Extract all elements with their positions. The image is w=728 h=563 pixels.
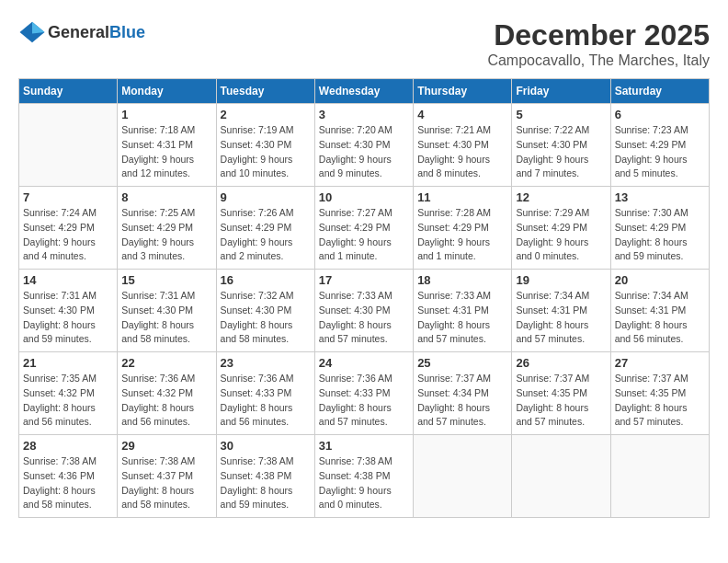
week-row-4: 21Sunrise: 7:35 AMSunset: 4:32 PMDayligh…	[19, 352, 710, 435]
weekday-header-wednesday: Wednesday	[314, 79, 413, 104]
day-info: Sunrise: 7:36 AMSunset: 4:32 PMDaylight:…	[121, 372, 211, 430]
day-info: Sunrise: 7:34 AMSunset: 4:31 PMDaylight:…	[615, 289, 705, 347]
day-number: 20	[615, 273, 705, 287]
week-row-5: 28Sunrise: 7:38 AMSunset: 4:36 PMDayligh…	[19, 435, 710, 518]
calendar-table: SundayMondayTuesdayWednesdayThursdayFrid…	[18, 78, 710, 518]
calendar-cell	[414, 435, 512, 518]
day-info: Sunrise: 7:18 AMSunset: 4:31 PMDaylight:…	[121, 123, 211, 181]
weekday-header-friday: Friday	[512, 79, 610, 104]
calendar-cell	[19, 104, 118, 187]
day-info: Sunrise: 7:38 AMSunset: 4:37 PMDaylight:…	[121, 454, 211, 512]
calendar-cell: 6Sunrise: 7:23 AMSunset: 4:29 PMDaylight…	[610, 104, 709, 187]
day-info: Sunrise: 7:30 AMSunset: 4:29 PMDaylight:…	[615, 206, 705, 264]
calendar-cell: 9Sunrise: 7:26 AMSunset: 4:29 PMDaylight…	[216, 187, 314, 270]
calendar-cell: 12Sunrise: 7:29 AMSunset: 4:29 PMDayligh…	[512, 187, 610, 270]
day-info: Sunrise: 7:28 AMSunset: 4:29 PMDaylight:…	[417, 206, 507, 264]
day-info: Sunrise: 7:35 AMSunset: 4:32 PMDaylight:…	[23, 372, 113, 430]
day-info: Sunrise: 7:29 AMSunset: 4:29 PMDaylight:…	[516, 206, 606, 264]
day-number: 28	[23, 439, 113, 453]
calendar-cell: 4Sunrise: 7:21 AMSunset: 4:30 PMDaylight…	[414, 104, 512, 187]
weekday-header-row: SundayMondayTuesdayWednesdayThursdayFrid…	[19, 79, 710, 104]
day-info: Sunrise: 7:31 AMSunset: 4:30 PMDaylight:…	[121, 289, 211, 347]
day-info: Sunrise: 7:37 AMSunset: 4:34 PMDaylight:…	[417, 372, 507, 430]
week-row-2: 7Sunrise: 7:24 AMSunset: 4:29 PMDaylight…	[19, 187, 710, 270]
calendar-cell: 31Sunrise: 7:38 AMSunset: 4:38 PMDayligh…	[314, 435, 413, 518]
logo: GeneralBlue	[18, 18, 145, 46]
day-info: Sunrise: 7:38 AMSunset: 4:38 PMDaylight:…	[221, 454, 311, 512]
day-number: 25	[417, 356, 507, 370]
generalblue-icon	[18, 18, 46, 46]
day-info: Sunrise: 7:19 AMSunset: 4:30 PMDaylight:…	[221, 123, 311, 181]
calendar-cell: 29Sunrise: 7:38 AMSunset: 4:37 PMDayligh…	[118, 435, 216, 518]
calendar-cell: 14Sunrise: 7:31 AMSunset: 4:30 PMDayligh…	[19, 270, 118, 352]
calendar-cell: 16Sunrise: 7:32 AMSunset: 4:30 PMDayligh…	[216, 270, 314, 352]
day-number: 15	[121, 273, 211, 287]
calendar-cell: 26Sunrise: 7:37 AMSunset: 4:35 PMDayligh…	[512, 352, 610, 435]
day-number: 23	[221, 356, 311, 370]
weekday-header-sunday: Sunday	[19, 79, 118, 104]
day-number: 10	[319, 190, 409, 204]
day-number: 16	[221, 273, 311, 287]
calendar-cell: 3Sunrise: 7:20 AMSunset: 4:30 PMDaylight…	[314, 104, 413, 187]
calendar-cell: 18Sunrise: 7:33 AMSunset: 4:31 PMDayligh…	[414, 270, 512, 352]
day-number: 2	[221, 108, 311, 121]
calendar-cell: 24Sunrise: 7:36 AMSunset: 4:33 PMDayligh…	[314, 352, 413, 435]
calendar-cell: 25Sunrise: 7:37 AMSunset: 4:34 PMDayligh…	[414, 352, 512, 435]
day-number: 8	[121, 190, 211, 204]
day-number: 1	[121, 108, 211, 121]
day-info: Sunrise: 7:21 AMSunset: 4:30 PMDaylight:…	[417, 123, 507, 181]
day-info: Sunrise: 7:22 AMSunset: 4:30 PMDaylight:…	[516, 123, 606, 181]
calendar-cell: 5Sunrise: 7:22 AMSunset: 4:30 PMDaylight…	[512, 104, 610, 187]
day-number: 17	[319, 273, 409, 287]
day-info: Sunrise: 7:33 AMSunset: 4:31 PMDaylight:…	[417, 289, 507, 347]
title-area: December 2025 Campocavallo, The Marches,…	[487, 18, 710, 69]
calendar-cell: 8Sunrise: 7:25 AMSunset: 4:29 PMDaylight…	[118, 187, 216, 270]
day-number: 6	[615, 108, 705, 121]
calendar-cell: 21Sunrise: 7:35 AMSunset: 4:32 PMDayligh…	[19, 352, 118, 435]
svg-marker-1	[32, 22, 45, 34]
day-number: 7	[23, 190, 113, 204]
calendar-cell: 11Sunrise: 7:28 AMSunset: 4:29 PMDayligh…	[414, 187, 512, 270]
calendar-cell: 30Sunrise: 7:38 AMSunset: 4:38 PMDayligh…	[216, 435, 314, 518]
calendar-cell: 20Sunrise: 7:34 AMSunset: 4:31 PMDayligh…	[610, 270, 709, 352]
day-number: 11	[417, 190, 507, 204]
weekday-header-thursday: Thursday	[414, 79, 512, 104]
day-number: 14	[23, 273, 113, 287]
day-number: 13	[615, 190, 705, 204]
day-number: 3	[319, 108, 409, 121]
weekday-header-tuesday: Tuesday	[216, 79, 314, 104]
day-number: 4	[417, 108, 507, 121]
calendar-cell	[512, 435, 610, 518]
day-number: 5	[516, 108, 606, 121]
logo-general: General	[48, 23, 109, 41]
day-number: 31	[319, 439, 409, 453]
day-number: 30	[221, 439, 311, 453]
day-info: Sunrise: 7:31 AMSunset: 4:30 PMDaylight:…	[23, 289, 113, 347]
logo-blue: Blue	[109, 23, 145, 41]
day-number: 21	[23, 356, 113, 370]
calendar-cell: 10Sunrise: 7:27 AMSunset: 4:29 PMDayligh…	[314, 187, 413, 270]
calendar-cell: 28Sunrise: 7:38 AMSunset: 4:36 PMDayligh…	[19, 435, 118, 518]
day-info: Sunrise: 7:26 AMSunset: 4:29 PMDaylight:…	[221, 206, 311, 264]
day-info: Sunrise: 7:33 AMSunset: 4:30 PMDaylight:…	[319, 289, 409, 347]
calendar-cell: 23Sunrise: 7:36 AMSunset: 4:33 PMDayligh…	[216, 352, 314, 435]
day-info: Sunrise: 7:34 AMSunset: 4:31 PMDaylight:…	[516, 289, 606, 347]
location-title: Campocavallo, The Marches, Italy	[487, 52, 710, 69]
day-info: Sunrise: 7:37 AMSunset: 4:35 PMDaylight:…	[615, 372, 705, 430]
calendar-cell: 7Sunrise: 7:24 AMSunset: 4:29 PMDaylight…	[19, 187, 118, 270]
day-number: 22	[121, 356, 211, 370]
day-info: Sunrise: 7:24 AMSunset: 4:29 PMDaylight:…	[23, 206, 113, 264]
day-number: 26	[516, 356, 606, 370]
calendar-cell: 22Sunrise: 7:36 AMSunset: 4:32 PMDayligh…	[118, 352, 216, 435]
calendar-cell: 27Sunrise: 7:37 AMSunset: 4:35 PMDayligh…	[610, 352, 709, 435]
day-number: 27	[615, 356, 705, 370]
day-number: 12	[516, 190, 606, 204]
day-info: Sunrise: 7:36 AMSunset: 4:33 PMDaylight:…	[221, 372, 311, 430]
weekday-header-saturday: Saturday	[610, 79, 709, 104]
day-number: 19	[516, 273, 606, 287]
week-row-1: 1Sunrise: 7:18 AMSunset: 4:31 PMDaylight…	[19, 104, 710, 187]
page-header: GeneralBlue December 2025 Campocavallo, …	[18, 18, 710, 69]
day-number: 18	[417, 273, 507, 287]
day-number: 9	[221, 190, 311, 204]
day-info: Sunrise: 7:37 AMSunset: 4:35 PMDaylight:…	[516, 372, 606, 430]
